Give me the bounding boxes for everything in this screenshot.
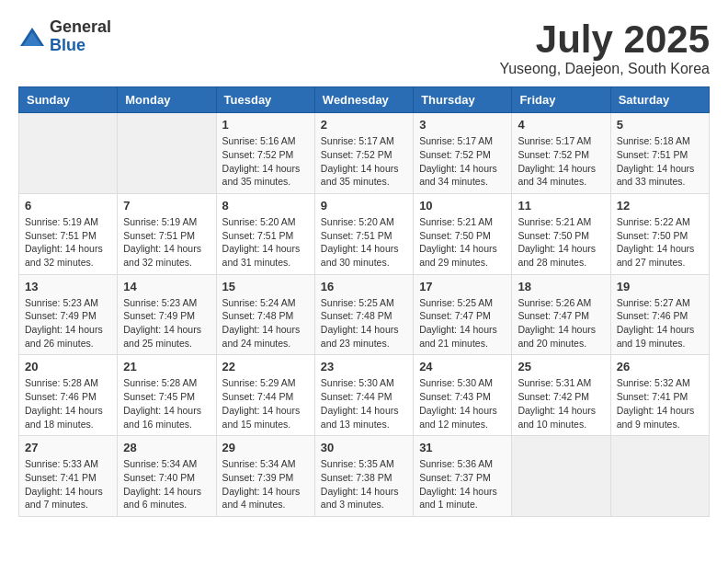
calendar-cell: 22Sunrise: 5:29 AMSunset: 7:44 PMDayligh… <box>216 355 314 436</box>
calendar-header: SundayMondayTuesdayWednesdayThursdayFrid… <box>19 87 710 113</box>
day-number: 23 <box>321 360 407 373</box>
calendar-cell: 21Sunrise: 5:28 AMSunset: 7:45 PMDayligh… <box>118 355 216 436</box>
calendar-cell: 18Sunrise: 5:26 AMSunset: 7:47 PMDayligh… <box>512 274 610 355</box>
day-info: Sunrise: 5:30 AMSunset: 7:44 PMDaylight:… <box>321 376 407 431</box>
day-info: Sunrise: 5:28 AMSunset: 7:45 PMDaylight:… <box>123 376 210 431</box>
calendar-body: 1Sunrise: 5:16 AMSunset: 7:52 PMDaylight… <box>19 113 710 517</box>
day-info: Sunrise: 5:28 AMSunset: 7:46 PMDaylight:… <box>25 376 111 431</box>
day-number: 30 <box>321 441 407 454</box>
day-info: Sunrise: 5:19 AMSunset: 7:51 PMDaylight:… <box>25 215 111 270</box>
day-number: 10 <box>419 199 506 213</box>
calendar-cell: 15Sunrise: 5:24 AMSunset: 7:48 PMDayligh… <box>216 274 314 355</box>
calendar-cell: 9Sunrise: 5:20 AMSunset: 7:51 PMDaylight… <box>314 193 413 274</box>
day-number: 6 <box>25 199 111 213</box>
day-number: 9 <box>321 199 407 213</box>
day-number: 21 <box>123 360 210 373</box>
calendar-cell: 16Sunrise: 5:25 AMSunset: 7:48 PMDayligh… <box>314 274 413 355</box>
calendar-cell: 7Sunrise: 5:19 AMSunset: 7:51 PMDaylight… <box>118 193 216 274</box>
calendar-cell: 31Sunrise: 5:36 AMSunset: 7:37 PMDayligh… <box>414 436 512 517</box>
header: General Blue July 2025 Yuseong, Daejeon,… <box>18 18 710 77</box>
calendar-cell <box>610 436 709 517</box>
weekday-header: Saturday <box>610 87 709 113</box>
day-number: 3 <box>419 118 506 132</box>
calendar-week-row: 13Sunrise: 5:23 AMSunset: 7:49 PMDayligh… <box>19 274 710 355</box>
day-number: 31 <box>419 441 506 454</box>
day-info: Sunrise: 5:26 AMSunset: 7:47 PMDaylight:… <box>518 296 604 350</box>
day-number: 15 <box>222 280 309 293</box>
header-row: SundayMondayTuesdayWednesdayThursdayFrid… <box>19 87 710 113</box>
logo: General Blue <box>18 18 111 55</box>
calendar-cell: 14Sunrise: 5:23 AMSunset: 7:49 PMDayligh… <box>118 274 216 355</box>
logo-icon <box>18 23 46 51</box>
day-number: 26 <box>617 360 703 373</box>
day-number: 14 <box>123 280 210 293</box>
weekday-header: Thursday <box>414 87 512 113</box>
weekday-header: Tuesday <box>216 87 314 113</box>
day-number: 13 <box>25 280 111 293</box>
calendar-cell: 3Sunrise: 5:17 AMSunset: 7:52 PMDaylight… <box>414 113 512 194</box>
day-number: 16 <box>321 280 407 293</box>
day-info: Sunrise: 5:25 AMSunset: 7:47 PMDaylight:… <box>419 296 506 350</box>
day-info: Sunrise: 5:29 AMSunset: 7:44 PMDaylight:… <box>222 376 309 431</box>
day-info: Sunrise: 5:35 AMSunset: 7:38 PMDaylight:… <box>321 457 407 511</box>
calendar-cell: 25Sunrise: 5:31 AMSunset: 7:42 PMDayligh… <box>512 355 610 436</box>
day-info: Sunrise: 5:34 AMSunset: 7:40 PMDaylight:… <box>123 457 210 511</box>
weekday-header: Monday <box>118 87 216 113</box>
calendar-cell: 10Sunrise: 5:21 AMSunset: 7:50 PMDayligh… <box>414 193 512 274</box>
day-info: Sunrise: 5:17 AMSunset: 7:52 PMDaylight:… <box>419 134 506 189</box>
calendar-cell: 23Sunrise: 5:30 AMSunset: 7:44 PMDayligh… <box>314 355 413 436</box>
day-info: Sunrise: 5:21 AMSunset: 7:50 PMDaylight:… <box>518 215 604 270</box>
day-info: Sunrise: 5:21 AMSunset: 7:50 PMDaylight:… <box>419 215 506 270</box>
logo-text: General Blue <box>50 18 111 55</box>
title-area: July 2025 Yuseong, Daejeon, South Korea <box>499 18 710 77</box>
day-info: Sunrise: 5:33 AMSunset: 7:41 PMDaylight:… <box>25 457 111 511</box>
day-number: 27 <box>25 441 111 454</box>
calendar-week-row: 27Sunrise: 5:33 AMSunset: 7:41 PMDayligh… <box>19 436 710 517</box>
calendar-cell <box>118 113 216 194</box>
calendar-cell: 4Sunrise: 5:17 AMSunset: 7:52 PMDaylight… <box>512 113 610 194</box>
calendar-cell: 12Sunrise: 5:22 AMSunset: 7:50 PMDayligh… <box>610 193 709 274</box>
day-number: 4 <box>518 118 604 132</box>
subtitle: Yuseong, Daejeon, South Korea <box>499 61 710 77</box>
calendar-week-row: 20Sunrise: 5:28 AMSunset: 7:46 PMDayligh… <box>19 355 710 436</box>
day-info: Sunrise: 5:18 AMSunset: 7:51 PMDaylight:… <box>617 134 703 189</box>
day-info: Sunrise: 5:16 AMSunset: 7:52 PMDaylight:… <box>222 134 309 189</box>
calendar: SundayMondayTuesdayWednesdayThursdayFrid… <box>18 86 710 517</box>
day-info: Sunrise: 5:25 AMSunset: 7:48 PMDaylight:… <box>321 296 407 350</box>
day-info: Sunrise: 5:22 AMSunset: 7:50 PMDaylight:… <box>617 215 703 270</box>
day-info: Sunrise: 5:19 AMSunset: 7:51 PMDaylight:… <box>123 215 210 270</box>
day-info: Sunrise: 5:23 AMSunset: 7:49 PMDaylight:… <box>25 296 111 350</box>
calendar-cell <box>512 436 610 517</box>
day-number: 5 <box>617 118 703 132</box>
calendar-cell: 8Sunrise: 5:20 AMSunset: 7:51 PMDaylight… <box>216 193 314 274</box>
calendar-week-row: 6Sunrise: 5:19 AMSunset: 7:51 PMDaylight… <box>19 193 710 274</box>
calendar-cell: 6Sunrise: 5:19 AMSunset: 7:51 PMDaylight… <box>19 193 118 274</box>
calendar-cell: 20Sunrise: 5:28 AMSunset: 7:46 PMDayligh… <box>19 355 118 436</box>
day-info: Sunrise: 5:23 AMSunset: 7:49 PMDaylight:… <box>123 296 210 350</box>
day-number: 11 <box>518 199 604 213</box>
day-number: 18 <box>518 280 604 293</box>
calendar-cell: 2Sunrise: 5:17 AMSunset: 7:52 PMDaylight… <box>314 113 413 194</box>
day-number: 2 <box>321 118 407 132</box>
calendar-cell: 29Sunrise: 5:34 AMSunset: 7:39 PMDayligh… <box>216 436 314 517</box>
day-info: Sunrise: 5:20 AMSunset: 7:51 PMDaylight:… <box>222 215 309 270</box>
calendar-cell: 19Sunrise: 5:27 AMSunset: 7:46 PMDayligh… <box>610 274 709 355</box>
day-number: 19 <box>617 280 703 293</box>
day-info: Sunrise: 5:34 AMSunset: 7:39 PMDaylight:… <box>222 457 309 511</box>
day-info: Sunrise: 5:24 AMSunset: 7:48 PMDaylight:… <box>222 296 309 350</box>
day-number: 22 <box>222 360 309 373</box>
day-number: 7 <box>123 199 210 213</box>
calendar-cell: 26Sunrise: 5:32 AMSunset: 7:41 PMDayligh… <box>610 355 709 436</box>
day-info: Sunrise: 5:17 AMSunset: 7:52 PMDaylight:… <box>518 134 604 189</box>
day-number: 17 <box>419 280 506 293</box>
day-number: 24 <box>419 360 506 373</box>
day-number: 1 <box>222 118 309 132</box>
calendar-cell: 5Sunrise: 5:18 AMSunset: 7:51 PMDaylight… <box>610 113 709 194</box>
day-number: 29 <box>222 441 309 454</box>
main-title: July 2025 <box>499 18 710 61</box>
logo-general: General <box>50 18 111 37</box>
day-number: 8 <box>222 199 309 213</box>
calendar-cell <box>19 113 118 194</box>
weekday-header: Wednesday <box>314 87 413 113</box>
calendar-week-row: 1Sunrise: 5:16 AMSunset: 7:52 PMDaylight… <box>19 113 710 194</box>
